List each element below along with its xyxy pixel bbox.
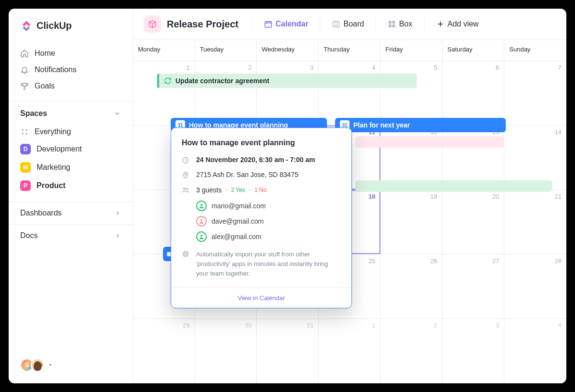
sidebar-user-switcher[interactable]: S <box>9 358 133 383</box>
project-icon <box>144 15 161 33</box>
brand-name: ClickUp <box>37 20 72 31</box>
sidebar-item-goals[interactable]: Goals <box>9 78 133 94</box>
chevron-right-icon <box>114 232 121 239</box>
svg-rect-4 <box>265 22 272 27</box>
popover-location: 2715 Ash Dr. San Jose, SD 83475 <box>196 171 298 179</box>
spaces-header[interactable]: Spaces <box>9 101 133 124</box>
space-badge: P <box>20 180 31 191</box>
main-area: Release Project Calendar Board Box Add v… <box>133 9 566 383</box>
guest-row[interactable]: alex@gmail.com <box>196 231 341 242</box>
day-number: 20 <box>492 193 499 200</box>
calendar-day[interactable]: 1 <box>133 61 195 125</box>
view-calendar-button[interactable]: Calendar <box>261 18 311 30</box>
svg-point-12 <box>185 174 186 175</box>
guest-email: alex@gmail.com <box>212 233 262 240</box>
guest-row[interactable]: mario@gmail.com <box>196 201 341 211</box>
popover-guests-yes: 2 Yes <box>231 187 245 193</box>
weekday-label: Wednesday <box>257 40 319 61</box>
day-number: 29 <box>183 322 189 329</box>
sidebar-item-label: Goals <box>35 82 55 90</box>
clickup-logo-icon <box>20 19 33 32</box>
sidebar-item-everything[interactable]: Everything <box>9 124 133 140</box>
day-number: 6 <box>496 64 499 71</box>
popover-guest-count: 3 guests <box>196 186 222 194</box>
task-bar[interactable] <box>355 180 552 192</box>
svg-rect-6 <box>388 21 391 24</box>
popover-guests-no: 1 No <box>254 187 266 193</box>
chevron-down-icon <box>113 110 121 117</box>
calendar-day[interactable]: 29 <box>133 319 195 383</box>
people-icon <box>182 186 189 194</box>
svg-rect-19 <box>185 253 186 256</box>
add-view-button[interactable]: Add view <box>433 18 482 30</box>
sidebar-space-product[interactable]: P Product <box>9 177 133 195</box>
sidebar-item-docs[interactable]: Docs <box>9 224 133 247</box>
calendar-day[interactable]: 19 <box>381 190 443 254</box>
separator: • <box>225 187 227 192</box>
weekday-label: Saturday <box>443 40 505 61</box>
calendar-icon <box>264 20 273 28</box>
calendar-day[interactable]: 3 <box>257 61 319 125</box>
separator <box>375 18 376 30</box>
task-bar-plan-next-year[interactable]: 31 Plan for next year <box>335 118 506 132</box>
bell-icon <box>20 65 29 74</box>
sidebar-item-label: Notifications <box>35 65 76 74</box>
cube-icon <box>148 19 157 29</box>
calendar-day[interactable]: 5 <box>381 61 443 125</box>
box-icon <box>388 20 396 28</box>
sidebar-item-home[interactable]: Home <box>9 45 133 62</box>
calendar-day[interactable]: 3 <box>443 319 505 383</box>
task-bar-contractor-agreement[interactable]: Update contractor agreement <box>157 74 417 88</box>
svg-point-16 <box>200 219 202 221</box>
brand[interactable]: ClickUp <box>9 9 133 45</box>
separator <box>424 18 425 30</box>
task-bar[interactable] <box>355 136 504 148</box>
day-number: 21 <box>555 193 562 200</box>
sidebar-item-label: Product <box>37 181 65 190</box>
calendar-day[interactable]: 2 <box>195 61 257 125</box>
guest-email: dave@gmail.com <box>212 217 263 225</box>
calendar-day[interactable]: 6 <box>443 61 505 125</box>
separator <box>252 18 252 30</box>
sidebar-item-notifications[interactable]: Notifications <box>9 62 133 78</box>
sidebar-item-label: Marketing <box>37 163 70 172</box>
view-box-button[interactable]: Box <box>385 18 415 30</box>
calendar-day[interactable]: 30 <box>195 319 257 383</box>
calendar-day[interactable]: 26 <box>381 254 443 318</box>
calendar-view: Monday Tuesday Wednesday Thursday Friday… <box>133 40 566 383</box>
svg-rect-7 <box>392 21 395 24</box>
view-board-button[interactable]: Board <box>329 18 367 30</box>
weekday-label: Friday <box>381 40 443 61</box>
sidebar-space-marketing[interactable]: M Marketing <box>9 158 133 177</box>
board-icon <box>332 20 340 28</box>
day-number: 18 <box>368 193 375 200</box>
guest-row[interactable]: dave@gmail.com <box>196 216 341 227</box>
sidebar-item-label: Dashboards <box>20 209 62 217</box>
calendar-day[interactable]: 4 <box>504 319 566 383</box>
day-number: 1 <box>372 322 375 329</box>
caret-down-icon <box>48 363 53 367</box>
refresh-icon <box>164 77 172 85</box>
svg-rect-8 <box>388 25 391 27</box>
guest-status-icon <box>196 216 207 227</box>
view-in-calendar-link[interactable]: View in Calendar <box>238 294 285 302</box>
sidebar-item-dashboards[interactable]: Dashboards <box>9 202 133 224</box>
calendar-day[interactable]: 20 <box>443 190 505 254</box>
day-number: 27 <box>492 257 499 265</box>
calendar-day[interactable]: 27 <box>443 254 505 318</box>
guest-email: mario@gmail.com <box>212 202 266 210</box>
calendar-day[interactable]: 7 <box>504 61 566 125</box>
popover-description: Automatically import your stuff from oth… <box>196 250 341 278</box>
calendar-day[interactable]: 2 <box>381 319 443 383</box>
calendar-day[interactable]: 31 <box>257 319 319 383</box>
sidebar-item-label: Development <box>37 145 82 153</box>
svg-point-0 <box>22 129 24 131</box>
calendar-day[interactable]: 1 <box>319 319 381 383</box>
weekday-label: Thursday <box>319 40 381 61</box>
event-popover: How to manage event planning 24 November… <box>171 127 352 308</box>
calendar-day[interactable]: 28 <box>504 254 566 318</box>
sidebar-space-development[interactable]: D Development <box>9 140 133 158</box>
day-number: 4 <box>372 64 375 71</box>
calendar-day[interactable]: 21 <box>504 190 566 254</box>
calendar-day[interactable]: 4 <box>319 61 381 125</box>
